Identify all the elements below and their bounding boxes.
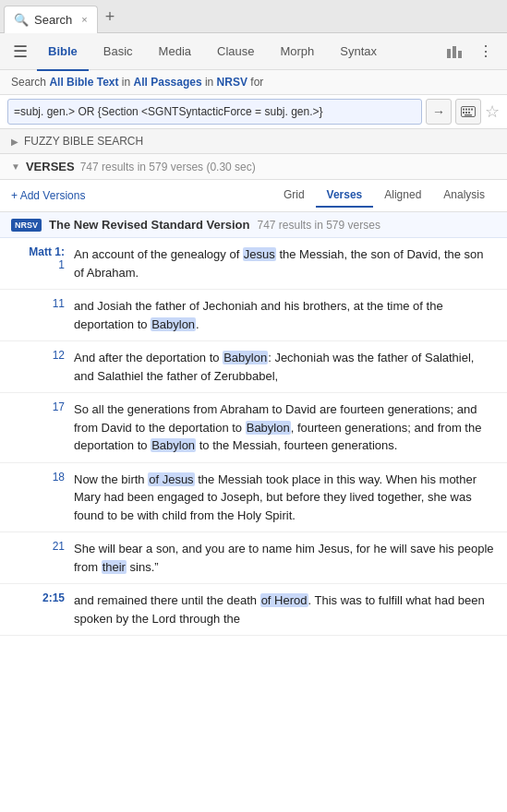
verse-reference: 11 [11,297,74,333]
svg-rect-7 [471,109,473,111]
fuzzy-label: FUZZY BIBLE SEARCH [24,135,143,148]
keyboard-button[interactable] [455,99,481,125]
chart-icon-button[interactable] [441,38,468,66]
nav-bar: ☰ Bible Basic Media Clause Morph Syntax … [0,33,507,70]
highlighted-term: Babylon [151,317,196,331]
search-execute-button[interactable]: → [426,99,452,125]
tab-bar: 🔍 Search × + [0,0,507,33]
version-header: NRSV The New Revised Standard Version 74… [0,212,507,238]
verse-number[interactable]: 18 [53,471,65,484]
tab-close-button[interactable]: × [81,14,87,25]
nav-tab-media[interactable]: Media [148,39,202,64]
verse-reference: 21 [11,540,74,576]
verse-content-area[interactable]: Matt 1:1An account of the genealogy of J… [0,238,507,786]
search-tab-label: Search [34,13,72,27]
nrsv-link[interactable]: NRSV [217,76,247,89]
table-row: 18Now the birth of Jesus the Messiah too… [0,463,507,533]
svg-rect-11 [465,114,472,116]
view-tab-analysis[interactable]: Analysis [432,184,496,208]
table-row: 12And after the deportation to Babylon: … [0,341,507,393]
highlighted-term: Jesus [243,247,276,261]
view-tab-verses[interactable]: Verses [316,184,374,208]
search-tab[interactable]: 🔍 Search × [4,6,98,33]
highlighted-term: of Jesus [148,472,194,486]
nav-tab-bible[interactable]: Bible [37,39,89,64]
svg-rect-10 [468,112,470,113]
verse-text: And after the deportation to Babylon: Je… [74,349,496,385]
search-query-input[interactable] [7,99,422,125]
verse-number[interactable]: 21 [53,540,65,553]
verse-number[interactable]: 11 [53,297,65,310]
table-row: 2:15and remained there until the death o… [0,584,507,636]
verse-book[interactable]: 2:15 [42,591,65,604]
verse-text: Now the birth of Jesus the Messiah took … [74,471,496,525]
verses-section-header: ▼ VERSES 747 results in 579 verses (0.30… [0,154,507,180]
verse-reference: 17 [11,400,74,455]
version-name: The New Revised Standard Version [49,218,249,232]
menu-button[interactable]: ☰ [7,42,33,62]
verse-reference: Matt 1:1 [11,245,74,281]
verse-text: She will bear a son, and you are to name… [74,540,496,576]
verse-number[interactable]: 17 [53,400,65,413]
highlighted-term: Babylon [246,421,291,435]
nav-tab-basic[interactable]: Basic [92,39,144,64]
verse-number[interactable]: 12 [53,349,65,362]
more-options-icon[interactable]: ⋮ [472,38,500,66]
table-row: 11and Josiah the father of Jechoniah and… [0,290,507,341]
highlighted-term: their [102,560,127,574]
nav-tab-syntax[interactable]: Syntax [329,39,388,64]
table-row: 21She will bear a son, and you are to na… [0,532,507,584]
verses-title: VERSES [26,160,75,173]
svg-rect-2 [458,51,462,58]
verse-reference: 2:15 [11,591,74,627]
view-tab-aligned[interactable]: Aligned [373,184,432,208]
svg-rect-4 [463,109,465,111]
highlighted-term: Babylon [151,438,196,452]
search-tab-icon: 🔍 [14,13,29,27]
verse-reference: 12 [11,349,74,385]
svg-rect-0 [447,49,451,58]
table-row: 17So all the generations from Abraham to… [0,393,507,463]
verse-number[interactable]: 1 [58,258,65,271]
all-bible-text-link[interactable]: All Bible Text [49,76,118,89]
highlighted-term: of Herod [260,593,308,607]
fuzzy-bible-search-section: ▶ FUZZY BIBLE SEARCH [0,129,507,154]
verse-text: and Josiah the father of Jechoniah and h… [74,297,496,333]
svg-rect-6 [468,109,470,111]
verses-collapse-icon[interactable]: ▼ [11,161,20,172]
verse-text: So all the generations from Abraham to D… [74,400,496,455]
svg-rect-9 [465,112,467,113]
verse-reference: 18 [11,471,74,525]
search-info-bar: Search All Bible Text in All Passages in… [0,70,507,95]
all-passages-link[interactable]: All Passages [134,76,202,89]
svg-rect-5 [465,109,467,111]
new-tab-button[interactable]: + [98,7,123,27]
svg-rect-1 [453,46,456,58]
view-tabs: + Add Versions Grid Verses Aligned Analy… [0,180,507,212]
version-count: 747 results in 579 verses [257,219,380,232]
nav-tab-clause[interactable]: Clause [206,39,265,64]
nav-tab-morph[interactable]: Morph [269,39,325,64]
triangle-icon: ▶ [11,137,18,147]
verses-count: 747 results in 579 verses (0.30 sec) [80,161,256,173]
verse-text: An account of the genealogy of Jesus the… [74,245,496,281]
verse-text: and remained there until the death of He… [74,591,496,627]
table-row: Matt 1:1An account of the genealogy of J… [0,238,507,290]
add-versions-button[interactable]: + Add Versions [11,189,85,202]
verse-book[interactable]: Matt 1: [29,245,65,258]
version-badge: NRSV [11,219,42,232]
view-tab-grid[interactable]: Grid [272,184,316,208]
search-query-bar: → ☆ [0,95,507,129]
highlighted-term: Babylon [223,351,268,364]
svg-rect-8 [463,112,465,113]
favorite-button[interactable]: ☆ [485,102,500,122]
